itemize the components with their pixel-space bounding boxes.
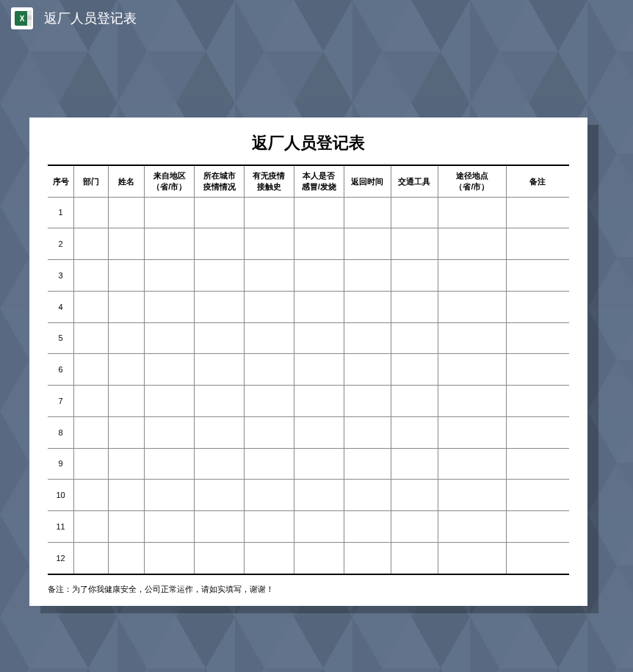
cell-seq: 6 xyxy=(48,354,74,386)
col-header-note: 备注 xyxy=(506,166,569,197)
table-wrapper: 序号 部门 姓名 来自地区（省/市） 所在城市疫情情况 有无疫情接触史 本人是否… xyxy=(48,165,569,575)
col-header-seq: 序号 xyxy=(48,166,74,197)
col-header-fever: 本人是否感冒/发烧 xyxy=(294,166,344,197)
cell-seq: 10 xyxy=(48,480,74,511)
header-title: 返厂人员登记表 xyxy=(44,10,137,27)
col-header-name: 姓名 xyxy=(108,166,145,197)
table-row: 11 xyxy=(48,511,569,543)
cell-seq: 2 xyxy=(48,228,74,260)
registration-table: 序号 部门 姓名 来自地区（省/市） 所在城市疫情情况 有无疫情接触史 本人是否… xyxy=(48,166,569,574)
footer-note: 备注：为了你我健康安全，公司正常运作，请如实填写，谢谢！ xyxy=(48,575,569,595)
document-page: 返厂人员登记表 序号 部门 姓名 来自地区（省/市） 所在城市疫情情况 有无疫情… xyxy=(29,118,587,606)
col-header-transport: 交通工具 xyxy=(391,166,438,197)
table-row: 8 xyxy=(48,416,569,448)
excel-icon: X xyxy=(11,7,33,29)
table-row: 5 xyxy=(48,322,569,354)
cell-seq: 9 xyxy=(48,448,74,480)
table-row: 6 xyxy=(48,354,569,386)
cell-seq: 8 xyxy=(48,416,74,448)
col-header-dept: 部门 xyxy=(74,166,108,197)
table-row: 12 xyxy=(48,542,569,574)
col-header-situation: 所在城市疫情情况 xyxy=(195,166,245,197)
table-row: 1 xyxy=(48,197,569,228)
table-body: 1 2 3 4 5 6 7 8 9 10 11 12 xyxy=(48,197,569,574)
header-bar: X 返厂人员登记表 xyxy=(0,0,633,37)
col-header-return: 返回时间 xyxy=(344,166,391,197)
table-header-row: 序号 部门 姓名 来自地区（省/市） 所在城市疫情情况 有无疫情接触史 本人是否… xyxy=(48,166,569,197)
cell-seq: 11 xyxy=(48,511,74,543)
cell-seq: 4 xyxy=(48,291,74,322)
document-title: 返厂人员登记表 xyxy=(48,132,569,165)
table-row: 3 xyxy=(48,260,569,292)
cell-seq: 5 xyxy=(48,322,74,354)
cell-seq: 12 xyxy=(48,542,74,574)
col-header-contact: 有无疫情接触史 xyxy=(245,166,294,197)
cell-seq: 1 xyxy=(48,197,74,228)
table-row: 2 xyxy=(48,228,569,260)
table-row: 4 xyxy=(48,291,569,322)
col-header-region: 来自地区（省/市） xyxy=(145,166,195,197)
table-row: 10 xyxy=(48,480,569,511)
cell-seq: 3 xyxy=(48,260,74,292)
cell-seq: 7 xyxy=(48,386,74,417)
table-row: 7 xyxy=(48,386,569,417)
table-row: 9 xyxy=(48,448,569,480)
col-header-route: 途径地点（省/市） xyxy=(438,166,507,197)
